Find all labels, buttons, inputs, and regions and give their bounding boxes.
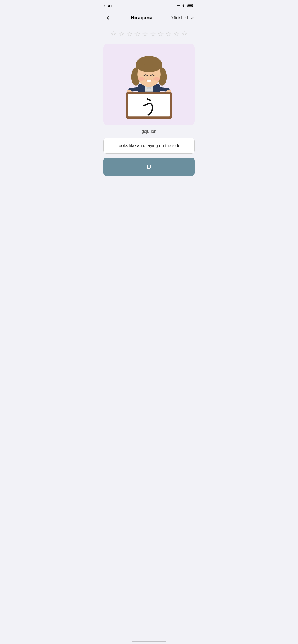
status-bar: 9:41 ▪▪▪ bbox=[99, 0, 199, 11]
character-card: う bbox=[103, 44, 195, 125]
character-illustration: う bbox=[109, 49, 189, 120]
mnemonic-text: Looks like an u laying on the side. bbox=[116, 143, 181, 148]
star-9[interactable]: ☆ bbox=[173, 31, 180, 38]
page-title: Hiragana bbox=[131, 15, 153, 21]
nav-bar: Hiragana 0 finished bbox=[99, 11, 199, 24]
svg-rect-1 bbox=[193, 5, 194, 6]
romaji-button[interactable]: U bbox=[103, 158, 195, 176]
battery-icon bbox=[187, 4, 194, 8]
status-icons: ▪▪▪ bbox=[177, 4, 194, 8]
star-2[interactable]: ☆ bbox=[118, 31, 125, 38]
checkmark-icon bbox=[189, 15, 195, 20]
svg-point-17 bbox=[151, 64, 160, 71]
stars-row: ☆ ☆ ☆ ☆ ☆ ☆ ☆ ☆ ☆ ☆ bbox=[103, 28, 195, 40]
signal-icon: ▪▪▪ bbox=[177, 4, 180, 8]
romaji-label: U bbox=[146, 163, 151, 170]
mnemonic-box: Looks like an u laying on the side. bbox=[103, 138, 195, 154]
finished-badge[interactable]: 0 finished bbox=[171, 15, 195, 20]
star-1[interactable]: ☆ bbox=[110, 31, 117, 38]
wifi-icon bbox=[182, 4, 186, 8]
star-8[interactable]: ☆ bbox=[166, 31, 172, 38]
main-content: ☆ ☆ ☆ ☆ ☆ ☆ ☆ ☆ ☆ ☆ bbox=[99, 24, 199, 184]
star-6[interactable]: ☆ bbox=[150, 31, 156, 38]
star-5[interactable]: ☆ bbox=[142, 31, 148, 38]
category-label: gojuuon bbox=[103, 129, 195, 134]
star-4[interactable]: ☆ bbox=[134, 31, 140, 38]
svg-point-18 bbox=[138, 77, 145, 81]
svg-rect-2 bbox=[188, 4, 192, 6]
svg-rect-20 bbox=[147, 80, 151, 82]
back-chevron-icon bbox=[105, 15, 111, 21]
status-time: 9:41 bbox=[104, 4, 112, 8]
svg-point-19 bbox=[153, 77, 160, 81]
star-10[interactable]: ☆ bbox=[181, 31, 188, 38]
svg-text:う: う bbox=[140, 96, 158, 116]
finished-label: 0 finished bbox=[171, 16, 188, 20]
back-button[interactable] bbox=[103, 13, 113, 22]
star-7[interactable]: ☆ bbox=[158, 31, 164, 38]
star-3[interactable]: ☆ bbox=[126, 31, 132, 38]
